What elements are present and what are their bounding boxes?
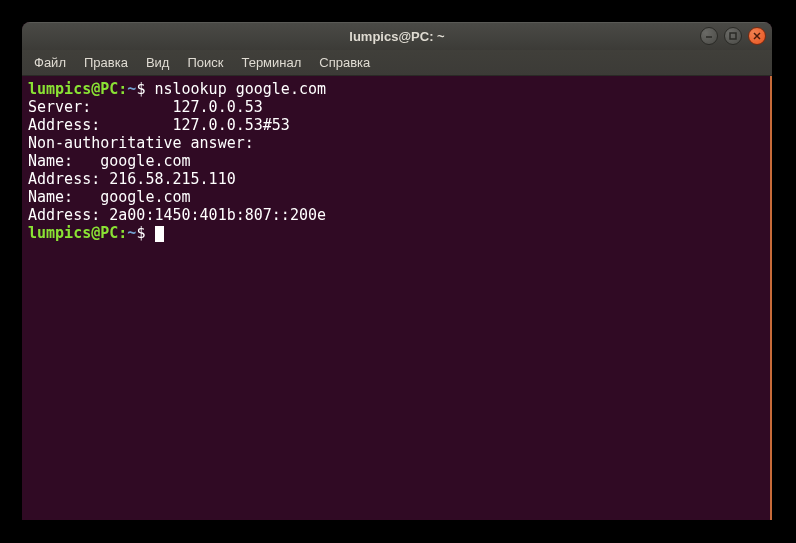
- maximize-icon: [728, 31, 738, 41]
- maximize-button[interactable]: [724, 27, 742, 45]
- prompt-user-host: lumpics@PC: [28, 80, 118, 98]
- menu-help[interactable]: Справка: [311, 52, 378, 73]
- prompt-dollar: $: [136, 224, 145, 242]
- prompt-line-1: lumpics@PC:~$ nslookup google.com: [28, 80, 766, 98]
- close-icon: [752, 31, 762, 41]
- prompt-colon: :: [118, 80, 127, 98]
- close-button[interactable]: [748, 27, 766, 45]
- terminal-body[interactable]: lumpics@PC:~$ nslookup google.comServer:…: [22, 76, 772, 520]
- cursor: [155, 226, 164, 242]
- menu-view[interactable]: Вид: [138, 52, 178, 73]
- prompt-dollar: $: [136, 80, 145, 98]
- menu-file[interactable]: Файл: [26, 52, 74, 73]
- menu-search[interactable]: Поиск: [179, 52, 231, 73]
- minimize-button[interactable]: [700, 27, 718, 45]
- output-line: Non-authoritative answer:: [28, 134, 766, 152]
- output-line: Address: 216.58.215.110: [28, 170, 766, 188]
- output-line: Address: 2a00:1450:401b:807::200e: [28, 206, 766, 224]
- output-line: Address: 127.0.0.53#53: [28, 116, 766, 134]
- prompt-colon: :: [118, 224, 127, 242]
- menu-edit[interactable]: Правка: [76, 52, 136, 73]
- titlebar[interactable]: lumpics@PC: ~: [22, 22, 772, 50]
- svg-rect-1: [730, 33, 736, 39]
- prompt-user-host: lumpics@PC: [28, 224, 118, 242]
- minimize-icon: [704, 31, 714, 41]
- command-text: nslookup google.com: [154, 80, 326, 98]
- prompt-line-2: lumpics@PC:~$: [28, 224, 766, 242]
- window-controls: [700, 27, 766, 45]
- menubar: Файл Правка Вид Поиск Терминал Справка: [22, 50, 772, 76]
- menu-terminal[interactable]: Терминал: [233, 52, 309, 73]
- terminal-window: lumpics@PC: ~ Файл Правка Вид Поиск Терм…: [22, 22, 772, 520]
- output-line: Name: google.com: [28, 188, 766, 206]
- output-line: Name: google.com: [28, 152, 766, 170]
- output-line: Server: 127.0.0.53: [28, 98, 766, 116]
- window-title: lumpics@PC: ~: [22, 29, 772, 44]
